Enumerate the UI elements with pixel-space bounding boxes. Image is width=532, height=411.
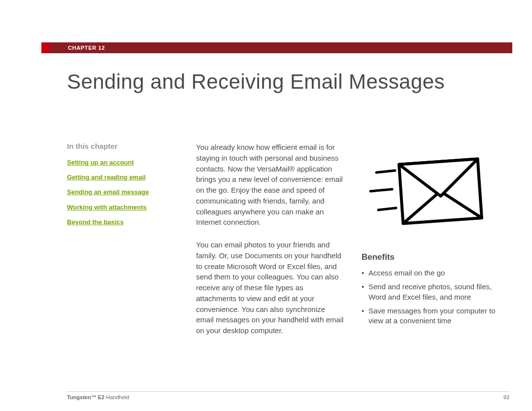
- toc-link-attachments[interactable]: Working with attachments: [67, 203, 180, 212]
- svg-line-1: [370, 189, 392, 191]
- benefits-heading: Benefits: [362, 252, 509, 262]
- right-column: Benefits Access email on the go Send and…: [362, 142, 509, 330]
- footer-divider: [67, 391, 509, 392]
- toc-link-beyond-basics[interactable]: Beyond the basics: [67, 218, 180, 227]
- footer-product: Tungsten™ E2 Handheld: [67, 394, 129, 400]
- svg-line-2: [378, 208, 396, 210]
- body-paragraph-2: You can email photos to your friends and…: [196, 240, 344, 336]
- toc-link-setting-up[interactable]: Setting up an account: [67, 158, 180, 167]
- benefit-item: Save messages from your computer to view…: [362, 306, 509, 326]
- chapter-label: CHAPTER 12: [68, 45, 105, 51]
- body-column: You already know how efficient email is …: [196, 142, 344, 348]
- footer-product-name: Tungsten™ E2: [67, 394, 104, 400]
- chapter-bar: CHAPTER 12: [49, 42, 512, 53]
- page-number: 93: [503, 394, 509, 400]
- benefits-list: Access email on the go Send and receive …: [362, 268, 509, 326]
- envelope-icon: [362, 142, 490, 240]
- document-page: CHAPTER 12 Sending and Receiving Email M…: [0, 0, 532, 411]
- svg-line-0: [376, 171, 395, 172]
- benefit-item: Access email on the go: [362, 268, 509, 278]
- page-title: Sending and Receiving Email Messages: [67, 70, 445, 94]
- toc-link-sending[interactable]: Sending an email message: [67, 188, 180, 197]
- in-this-chapter-sidebar: In this chapter Setting up an account Ge…: [67, 142, 180, 233]
- footer-product-rest: Handheld: [104, 394, 129, 400]
- chapter-accent-bar: [41, 42, 49, 53]
- benefit-item: Send and receive photos, sound files, Wo…: [362, 282, 509, 302]
- toc-link-getting-reading[interactable]: Getting and reading email: [67, 173, 180, 182]
- body-paragraph-1: You already know how efficient email is …: [196, 142, 344, 228]
- sidebar-heading: In this chapter: [67, 142, 180, 150]
